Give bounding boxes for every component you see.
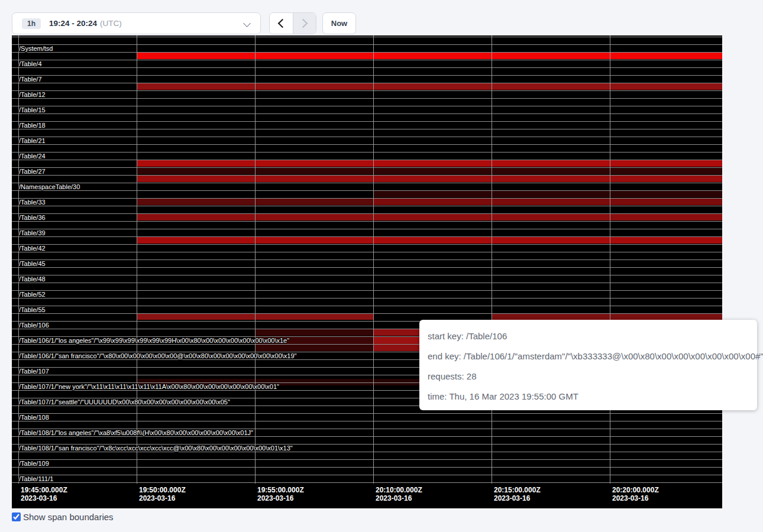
range-duration-badge: 1h	[22, 18, 41, 29]
row-label: /Table/33	[19, 199, 46, 206]
tooltip-start-key: start key: /Table/106	[428, 326, 749, 346]
gridline-horizontal	[12, 67, 722, 68]
gridline-horizontal	[12, 129, 722, 129]
row-label: /Table/108/1/"los angeles"/"\xa8\xf5\u00…	[19, 429, 253, 436]
row-label: /Table/107/1/"seattle"/"UUUUUUD\x00\x80\…	[19, 398, 230, 406]
gridline-horizontal	[12, 83, 722, 83]
gridline-horizontal	[12, 475, 722, 475]
gridline-vertical	[492, 35, 492, 484]
gridline-horizontal	[12, 106, 722, 106]
gridline-horizontal	[12, 298, 722, 299]
gridline-horizontal	[12, 236, 722, 237]
gridline-horizontal	[12, 183, 722, 183]
x-axis-tick: 19:50:00.000Z 2023-03-16	[139, 486, 186, 502]
row-label: /Table/52	[19, 291, 46, 298]
span-tooltip: start key: /Table/106 end key: /Table/10…	[419, 320, 757, 410]
show-span-boundaries-checkbox[interactable]	[12, 512, 21, 521]
gridline-vertical	[255, 35, 256, 484]
time-range-selector[interactable]: 1h 19:24 - 20:24 (UTC)	[12, 12, 261, 34]
row-label: /Table/21	[19, 137, 46, 144]
gridline-horizontal	[12, 252, 722, 252]
tooltip-end-key: end key: /Table/106/1/"amsterdam"/"\xb33…	[428, 346, 749, 366]
gridline-vertical	[137, 35, 137, 484]
gridline-horizontal	[12, 144, 722, 145]
next-range-button-disabled[interactable]	[293, 13, 316, 34]
gridline-horizontal	[12, 175, 722, 176]
x-axis-tick: 19:45:00.000Z 2023-03-16	[21, 486, 67, 502]
heat-band	[492, 313, 722, 320]
heat-band	[373, 199, 722, 205]
row-label: /Table/108	[19, 414, 49, 421]
x-axis-tick: 20:10:00.000Z 2023-03-16	[376, 486, 422, 502]
range-text: 19:24 - 20:24	[49, 19, 97, 28]
row-label: /Table/106/1/"los angeles"/"\x99\x99\x99…	[19, 337, 289, 344]
gridline-horizontal	[12, 137, 722, 137]
row-label: /Table/27	[19, 168, 46, 175]
gridline-horizontal	[12, 229, 722, 229]
heat-band	[373, 191, 722, 197]
gridline-vertical	[373, 35, 374, 484]
gridline-horizontal	[12, 482, 722, 483]
gridline-horizontal	[12, 121, 722, 122]
row-label: /Table/18	[19, 122, 46, 129]
row-label: /System/tsd	[19, 45, 53, 52]
time-nav-group	[269, 12, 316, 34]
gridline-horizontal	[12, 52, 722, 53]
x-axis-tick: 20:20:00.000Z 2023-03-16	[612, 486, 659, 502]
x-axis-tick: 20:15:00.000Z 2023-03-16	[494, 486, 541, 502]
gridline-horizontal	[12, 452, 722, 452]
gridline-horizontal	[12, 313, 722, 314]
row-label: /Table/24	[19, 153, 46, 160]
gridline-horizontal	[12, 306, 722, 306]
gridline-horizontal	[12, 283, 722, 283]
gridline-horizontal	[12, 436, 722, 437]
row-label: /Table/15	[19, 106, 46, 113]
gridline-horizontal	[12, 259, 722, 260]
gridline-horizontal	[12, 267, 722, 268]
prev-range-button[interactable]	[270, 13, 293, 34]
gridline-horizontal	[12, 75, 722, 76]
toolbar: 1h 19:24 - 20:24 (UTC) Now	[0, 0, 763, 35]
gridline-horizontal	[12, 37, 722, 37]
tooltip-time: time: Thu, 16 Mar 2023 19:55:00 GMT	[428, 387, 749, 407]
heat-band	[137, 168, 722, 174]
gridline-horizontal	[12, 275, 722, 275]
row-label: /Table/111/1	[19, 475, 53, 482]
gridline-horizontal	[12, 190, 722, 191]
x-axis-tick: 19:55:00.000Z 2023-03-16	[257, 486, 304, 502]
heat-band	[137, 160, 722, 167]
row-label: /Table/36	[19, 214, 46, 221]
chevron-down-icon	[243, 20, 251, 27]
gridline-horizontal	[12, 167, 722, 168]
tooltip-requests: requests: 28	[428, 366, 749, 387]
row-label: /Table/45	[19, 260, 46, 267]
heat-band	[137, 176, 722, 182]
gridline-horizontal	[12, 60, 722, 60]
show-span-boundaries-toggle[interactable]: Show span boundaries	[12, 512, 114, 522]
heat-band	[137, 214, 722, 220]
row-label: /Table/107/1/"new york"/"\x11\x11\x11\x1…	[19, 383, 279, 390]
chevron-left-icon	[277, 19, 287, 28]
heat-band	[137, 53, 722, 59]
row-label: /Table/109	[19, 460, 49, 467]
row-label: /Table/55	[19, 306, 46, 313]
gridline-horizontal	[12, 160, 722, 160]
row-label: /Table/7	[19, 76, 42, 83]
gridline-horizontal	[12, 221, 722, 222]
chevron-right-icon	[299, 19, 308, 28]
gridline-horizontal	[12, 467, 722, 468]
gridline-horizontal	[12, 421, 722, 421]
row-label: /NamespaceTable/30	[19, 183, 80, 190]
row-label: /Table/39	[19, 229, 46, 236]
now-button[interactable]: Now	[322, 12, 356, 34]
row-label: /Table/42	[19, 245, 46, 252]
gridline-horizontal	[12, 113, 722, 114]
gridline-horizontal	[12, 44, 722, 45]
gridline-horizontal	[12, 213, 722, 214]
gridline-horizontal	[12, 459, 722, 460]
gridline-horizontal	[12, 90, 722, 91]
gridline-horizontal	[12, 198, 722, 199]
gridline-vertical	[610, 35, 610, 484]
heatmap-canvas[interactable]: /System/tsd/Table/4/Table/7/Table/12/Tab…	[12, 35, 722, 508]
row-label: /Table/106	[19, 322, 49, 329]
